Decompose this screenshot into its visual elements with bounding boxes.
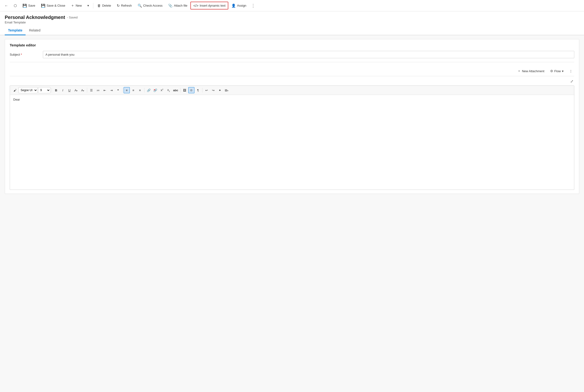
bullet-list-button[interactable]: ☰ <box>88 87 95 93</box>
italic-button[interactable]: I <box>60 87 66 93</box>
align-left-icon: ≡ <box>126 88 128 92</box>
page-subtitle: Email Template <box>5 20 579 24</box>
link-button[interactable]: 🔗 <box>146 87 152 93</box>
popout-icon: ⬡ <box>14 4 17 8</box>
numbered-list-icon: ≔ <box>97 88 100 92</box>
assign-icon: 👤 <box>231 4 236 8</box>
underline-icon: U <box>68 88 70 92</box>
strikethrough-icon: abc <box>173 88 178 92</box>
saved-badge: - Saved <box>67 16 78 19</box>
font-family-select[interactable]: Segoe UI <box>19 87 38 93</box>
record-title: Personal Acknowledgment <box>5 15 65 20</box>
tab-template[interactable]: Template <box>5 26 26 35</box>
required-indicator: * <box>21 53 22 56</box>
remove-link-button[interactable]: 🔗✕ <box>152 87 158 93</box>
increase-indent-button[interactable]: ⇥ <box>108 87 114 93</box>
underline-button[interactable]: U <box>66 87 73 93</box>
superscript-icon: x2 <box>161 88 163 92</box>
assign-button[interactable]: 👤 Assign <box>229 2 249 10</box>
insert-dynamic-text-button[interactable]: </> Insert dynamic text <box>190 2 228 10</box>
editor-section-title: Template editor <box>10 43 574 47</box>
check-access-button[interactable]: 🔍 Check Access <box>135 2 165 10</box>
clear-format-button[interactable]: 🖌 <box>12 87 18 93</box>
attach-file-button[interactable]: 📎 Attach file <box>166 2 190 10</box>
undo-button[interactable]: ↩ <box>204 87 210 93</box>
attachment-more-button[interactable]: ⋮ <box>567 68 574 74</box>
align-left-button[interactable]: ≡ <box>124 87 130 93</box>
decrease-indent-icon: ⇤ <box>104 88 106 92</box>
font-color-icon: A▾ <box>81 88 84 92</box>
blockquote-button[interactable]: ❝ <box>115 87 121 93</box>
rte-sep-6 <box>202 88 203 92</box>
clear-all-button[interactable]: ✦ <box>217 87 223 93</box>
main-content: Template editor Subject * ＋ New Attachme… <box>0 35 584 392</box>
bold-button[interactable]: B <box>53 87 59 93</box>
new-dropdown-button[interactable]: ▾ <box>85 2 92 9</box>
subject-input[interactable] <box>43 51 574 58</box>
save-close-icon: 💾 <box>41 4 46 8</box>
rte-toolbar: 🖌 Segoe UI 9 B I U <box>10 86 574 95</box>
numbered-list-button[interactable]: ≔ <box>95 87 101 93</box>
table-button[interactable]: ⊞▾ <box>224 87 230 93</box>
tabs-container: Template Related <box>0 26 584 35</box>
check-access-icon: 🔍 <box>138 4 142 8</box>
more-options-button[interactable]: ⋮ <box>249 2 257 10</box>
bullet-list-icon: ☰ <box>90 88 93 92</box>
flow-icon: ⚙ <box>550 69 553 73</box>
image-icon: 🖼 <box>183 88 186 92</box>
refresh-icon: ↻ <box>117 4 120 8</box>
redo-icon: ↪ <box>212 88 215 92</box>
font-color-button[interactable]: A▾ <box>80 87 86 93</box>
page-title-row: Personal Acknowledgment - Saved <box>5 15 579 20</box>
save-close-button[interactable]: 💾 Save & Close <box>38 2 68 10</box>
decrease-indent-button[interactable]: ⇤ <box>102 87 108 93</box>
superscript-button[interactable]: x2 <box>159 87 165 93</box>
back-icon: ← <box>5 4 8 8</box>
align-right-icon: ≡ <box>139 88 141 92</box>
align-center-button[interactable]: ≡ <box>130 87 136 93</box>
editor-body[interactable]: Dear <box>10 95 574 190</box>
attachment-more-icon: ⋮ <box>569 69 572 73</box>
main-toolbar: ← ⬡ 💾 Save 💾 Save & Close ＋ New ▾ 🗑 Dele… <box>0 0 584 11</box>
bold-icon: B <box>55 88 57 92</box>
clear-all-icon: ✦ <box>219 88 221 92</box>
tab-related[interactable]: Related <box>26 26 44 35</box>
subscript-button[interactable]: x2 <box>166 87 172 93</box>
link-icon: 🔗 <box>147 88 151 92</box>
flow-button[interactable]: ⚙ Flow ▾ <box>548 68 565 74</box>
redo-button[interactable]: ↪ <box>210 87 216 93</box>
special-char-button[interactable]: Ω <box>188 87 194 93</box>
rte-sep-5 <box>180 88 181 92</box>
subscript-icon: x2 <box>167 88 170 92</box>
back-button[interactable]: ← <box>2 2 11 9</box>
font-size-select[interactable]: 9 <box>38 87 51 93</box>
new-attachment-button[interactable]: ＋ New Attachment <box>515 68 546 74</box>
plus-icon: ＋ <box>517 69 521 73</box>
rte-sep-3 <box>122 88 123 92</box>
image-button[interactable]: 🖼 <box>182 87 188 93</box>
delete-icon: 🗑 <box>97 4 101 8</box>
save-icon: 💾 <box>23 4 27 8</box>
editor-card: Template editor Subject * ＋ New Attachme… <box>5 39 579 194</box>
align-right-button[interactable]: ≡ <box>137 87 143 93</box>
italic-icon: I <box>62 88 63 92</box>
delete-button[interactable]: 🗑 Delete <box>95 2 114 9</box>
toolbar-separator-1 <box>93 3 93 8</box>
popout-button[interactable]: ⬡ <box>11 2 20 10</box>
table-icon: ⊞▾ <box>225 88 228 92</box>
remove-link-icon: 🔗✕ <box>154 88 157 92</box>
expand-editor-button[interactable]: ⤢ <box>569 78 574 84</box>
new-icon: ＋ <box>71 3 74 8</box>
blockquote-icon: ❝ <box>117 88 119 92</box>
subject-row: Subject * <box>10 51 574 62</box>
paragraph-button[interactable]: ¶ <box>195 87 201 93</box>
strikethrough-button[interactable]: abc <box>172 87 179 93</box>
chevron-down-icon: ▾ <box>87 4 89 7</box>
refresh-button[interactable]: ↻ Refresh <box>114 2 135 10</box>
expand-row: ⤢ <box>10 77 574 86</box>
clear-format-icon: 🖌 <box>14 88 17 92</box>
save-button[interactable]: 💾 Save <box>20 2 38 10</box>
align-center-icon: ≡ <box>132 88 134 92</box>
new-button[interactable]: ＋ New <box>68 2 84 10</box>
highlight-button[interactable]: A▾ <box>73 87 79 93</box>
